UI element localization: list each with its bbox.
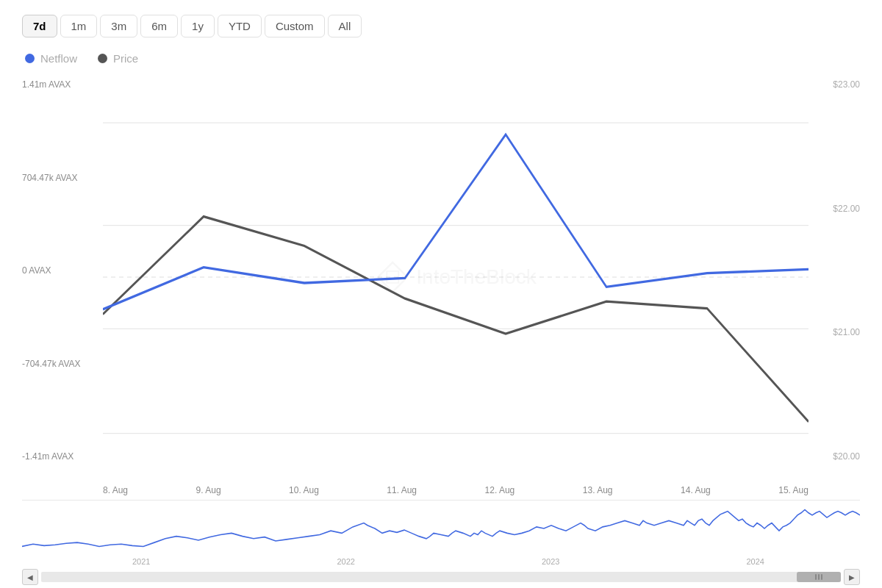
mini-chart-inner: 2021 2022 2023 2024 (22, 503, 860, 566)
x-label-0: 8. Aug (103, 485, 128, 495)
x-label-2: 10. Aug (289, 485, 319, 495)
chart-inner: IntoTheBlock (103, 72, 808, 482)
x-label-1: 9. Aug (196, 485, 221, 495)
time-btn-3m[interactable]: 3m (100, 15, 137, 37)
main-chart-area: 1.41m AVAX704.47k AVAX0 AVAX-704.47k AVA… (22, 72, 860, 482)
time-btn-custom[interactable]: Custom (265, 15, 325, 37)
time-btn-1m[interactable]: 1m (60, 15, 98, 37)
mini-year-2024: 2024 (747, 557, 764, 566)
y-left-label-4: -1.41m AVAX (22, 451, 97, 462)
legend-price: Price (98, 52, 138, 65)
y-axis-left: 1.41m AVAX704.47k AVAX0 AVAX-704.47k AVA… (22, 72, 103, 482)
x-label-3: 11. Aug (387, 485, 417, 495)
x-label-7: 15. Aug (778, 485, 808, 495)
y-left-label-0: 1.41m AVAX (22, 79, 97, 90)
y-right-label-1: $22.00 (814, 204, 860, 214)
mini-year-2023: 2023 (542, 557, 559, 566)
grip-1 (815, 574, 817, 580)
grip-2 (818, 574, 820, 580)
x-label-6: 14. Aug (681, 485, 711, 495)
chart-legend: Netflow Price (22, 52, 860, 65)
mini-chart-section: 2021 2022 2023 2024 ◀ ▶ (22, 500, 860, 581)
main-container: 7d1m3m6m1yYTDCustomAll Netflow Price 1.4… (0, 0, 882, 588)
y-right-label-3: $20.00 (814, 451, 860, 462)
mini-year-2022: 2022 (337, 557, 355, 566)
x-label-5: 13. Aug (583, 485, 613, 495)
time-btn-6m[interactable]: 6m (140, 15, 178, 37)
y-axis-right: $23.00$22.00$21.00$20.00 (808, 72, 860, 482)
time-btn-1y[interactable]: 1y (181, 15, 215, 37)
grip-3 (821, 574, 822, 580)
y-left-label-2: 0 AVAX (22, 265, 97, 276)
price-label: Price (113, 52, 138, 65)
mini-year-2021: 2021 (132, 557, 150, 566)
legend-netflow: Netflow (25, 52, 77, 65)
netflow-dot (25, 54, 35, 63)
chart-wrapper: 1.41m AVAX704.47k AVAX0 AVAX-704.47k AVA… (22, 72, 860, 581)
scroll-right-button[interactable]: ▶ (844, 569, 860, 585)
y-right-label-0: $23.00 (814, 79, 860, 90)
time-btn-all[interactable]: All (328, 15, 362, 37)
time-btn-ytd[interactable]: YTD (218, 15, 262, 37)
main-chart-svg (103, 72, 808, 482)
scroll-left-button[interactable]: ◀ (22, 569, 38, 585)
scrollbar-thumb[interactable] (797, 572, 841, 582)
price-dot (98, 54, 107, 63)
y-right-label-2: $21.00 (814, 327, 860, 337)
time-range-bar: 7d1m3m6m1yYTDCustomAll (22, 15, 860, 37)
scrollbar-track[interactable] (41, 572, 841, 582)
y-left-label-3: -704.47k AVAX (22, 359, 97, 369)
time-btn-7d[interactable]: 7d (22, 15, 57, 37)
netflow-label: Netflow (40, 52, 77, 65)
scrollbar: ◀ ▶ (22, 569, 860, 585)
x-label-4: 12. Aug (485, 485, 515, 495)
x-axis: 8. Aug9. Aug10. Aug11. Aug12. Aug13. Aug… (103, 482, 808, 495)
y-left-label-1: 704.47k AVAX (22, 173, 97, 183)
